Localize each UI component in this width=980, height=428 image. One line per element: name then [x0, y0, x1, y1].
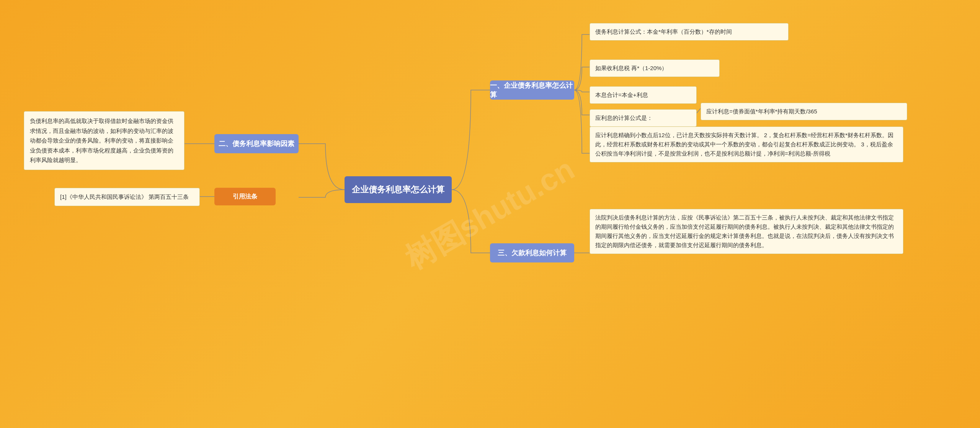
- right-content-4b: 应计利息=债券面值*年利率*持有期天数/365: [701, 103, 907, 120]
- right-content-3: 本息合计=本金+利息: [590, 86, 697, 104]
- right-text-6: 法院判决后债务利息计算的方法，应按《民事诉讼法》第二百五十三条，被执行人未按判决…: [595, 214, 894, 248]
- right-text-1: 债务利息计算公式：本金*年利率（百分数）*存的时间: [595, 28, 732, 35]
- branch-2-label: 二、债务利息率影响因素: [219, 139, 294, 148]
- branch-node-2: 二、债务利息率影响因素: [214, 134, 299, 153]
- central-node: 企业债务利息率怎么计算: [345, 176, 452, 203]
- right-content-5: 应计利息精确到小数点后12位，已计息天数按实际持有天数计算。 2，复合杠杆系数=…: [590, 126, 903, 162]
- branch-node-ref: 引用法条: [214, 188, 276, 205]
- branch-1-label: 一、企业债务利息率怎么计算: [490, 81, 574, 99]
- right-content-2: 如果收利息税 再*（1-20%）: [590, 59, 720, 77]
- left-text-box: 负债利息率的高低就取决于取得借款时金融市场的资金供求情况，而且金融市场的波动，如…: [24, 111, 185, 170]
- branch-node-1: 一、企业债务利息率怎么计算: [490, 80, 574, 100]
- right-text-2: 如果收利息税 再*（1-20%）: [595, 65, 667, 71]
- right-content-4a: 应利息的计算公式是：: [590, 109, 697, 127]
- left-text-content: 负债利息率的高低就取决于取得借款时金融市场的资金供求情况，而且金融市场的波动，如…: [30, 118, 173, 163]
- right-text-3: 本息合计=本金+利息: [595, 92, 648, 98]
- branch-3-label: 三、欠款利息如何计算: [498, 248, 567, 257]
- branch-node-3: 三、欠款利息如何计算: [490, 243, 574, 262]
- left-ref-content: [1]《中华人民共和国民事诉讼法》 第两百五十三条: [60, 194, 189, 200]
- svg-line-0: [697, 108, 701, 113]
- right-content-1: 债务利息计算公式：本金*年利率（百分数）*存的时间: [590, 23, 789, 41]
- central-label: 企业债务利息率怎么计算: [352, 184, 444, 195]
- right-text-4b: 应计利息=债券面值*年利率*持有期天数/365: [706, 108, 817, 115]
- right-text-5: 应计利息精确到小数点后12位，已计息天数按实际持有天数计算。 2，复合杠杆系数=…: [595, 132, 893, 157]
- branch-ref-label: 引用法条: [233, 193, 257, 201]
- left-ref-box: [1]《中华人民共和国民事诉讼法》 第两百五十三条: [54, 188, 200, 206]
- right-content-6: 法院判决后债务利息计算的方法，应按《民事诉讼法》第二百五十三条，被执行人未按判决…: [590, 209, 903, 254]
- right-text-4a: 应利息的计算公式是：: [595, 115, 653, 121]
